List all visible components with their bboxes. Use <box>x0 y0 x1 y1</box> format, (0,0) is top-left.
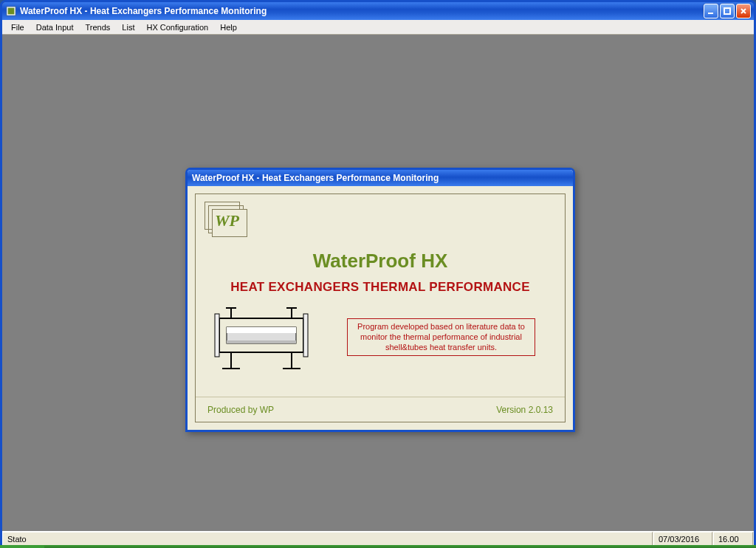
svg-rect-3 <box>724 8 730 14</box>
minimize-button[interactable] <box>704 4 718 18</box>
main-window: WaterProof HX - Heat Exchangers Performa… <box>0 0 756 548</box>
svg-rect-7 <box>227 340 296 343</box>
menu-file[interactable]: File <box>5 21 30 33</box>
svg-rect-1 <box>8 8 15 15</box>
client-area: WaterProof HX - Heat Exchangers Performa… <box>2 35 754 531</box>
about-title: WaterProof HX - Heat Exchangers Performa… <box>192 173 439 183</box>
status-time: 16.00 <box>713 532 753 546</box>
window-title: WaterProof HX - Heat Exchangers Performa… <box>20 6 704 16</box>
close-button[interactable] <box>736 4 751 18</box>
product-description: Program developed based on literature da… <box>347 318 535 356</box>
titlebar[interactable]: WaterProof HX - Heat Exchangers Performa… <box>2 2 754 20</box>
window-controls <box>704 4 751 18</box>
version-label: Version 2.0.13 <box>496 405 553 415</box>
svg-rect-2 <box>708 13 713 14</box>
svg-rect-6 <box>227 327 296 333</box>
about-footer: Produced by WP Version 2.0.13 <box>196 397 565 422</box>
menubar: File Data Input Trends List HX Configura… <box>2 20 754 35</box>
heat-exchanger-icon <box>206 305 317 375</box>
menu-list[interactable]: List <box>116 21 140 33</box>
app-icon <box>5 5 17 17</box>
about-body: WP WaterProof HX HEAT EXCHANGERS THERMAL… <box>195 193 566 422</box>
maximize-button[interactable] <box>720 4 735 18</box>
menu-hx-configuration[interactable]: HX Configuration <box>140 21 214 33</box>
menu-trends[interactable]: Trends <box>80 21 117 33</box>
svg-rect-8 <box>215 314 219 357</box>
wp-logo: WP <box>205 202 249 239</box>
produced-by-label: Produced by WP <box>207 405 274 415</box>
about-dialog: WaterProof HX - Heat Exchangers Performa… <box>185 168 575 432</box>
menu-data-input[interactable]: Data Input <box>30 21 80 33</box>
svg-rect-9 <box>303 314 308 357</box>
wp-logo-text: WP <box>215 211 239 230</box>
menu-help[interactable]: Help <box>214 21 243 33</box>
product-subtitle: HEAT EXCHANGERS THERMAL PERFORMANCE <box>196 280 565 295</box>
status-text: Stato <box>2 532 653 546</box>
status-date: 07/03/2016 <box>653 532 712 546</box>
product-name: WaterProof HX <box>196 250 565 273</box>
about-titlebar[interactable]: WaterProof HX - Heat Exchangers Performa… <box>188 170 573 186</box>
taskbar[interactable] <box>0 545 756 548</box>
status-bar: Stato 07/03/2016 16.00 <box>2 531 754 546</box>
